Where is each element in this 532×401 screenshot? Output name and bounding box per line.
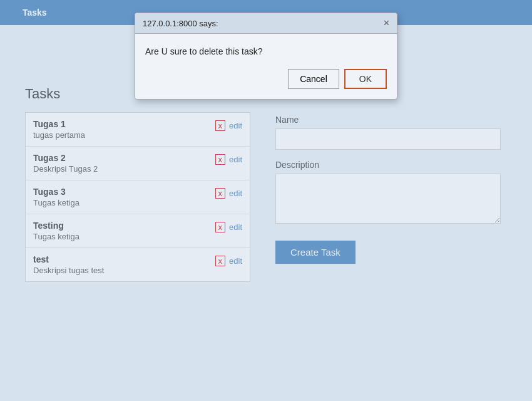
dialog-buttons: Cancel OK	[145, 69, 387, 89]
dialog-body: Are U sure to delete this task? Cancel O…	[135, 34, 397, 99]
dialog-overlay: 127.0.0.1:8000 says: × Are U sure to del…	[0, 0, 532, 401]
dialog-box: 127.0.0.1:8000 says: × Are U sure to del…	[135, 13, 397, 100]
dialog-ok-button[interactable]: OK	[344, 69, 387, 89]
dialog-title: 127.0.0.1:8000 says:	[143, 19, 218, 28]
dialog-close-button[interactable]: ×	[384, 18, 389, 28]
dialog-message: Are U sure to delete this task?	[145, 46, 387, 56]
dialog-cancel-button[interactable]: Cancel	[288, 69, 339, 89]
dialog-header: 127.0.0.1:8000 says: ×	[135, 13, 397, 34]
